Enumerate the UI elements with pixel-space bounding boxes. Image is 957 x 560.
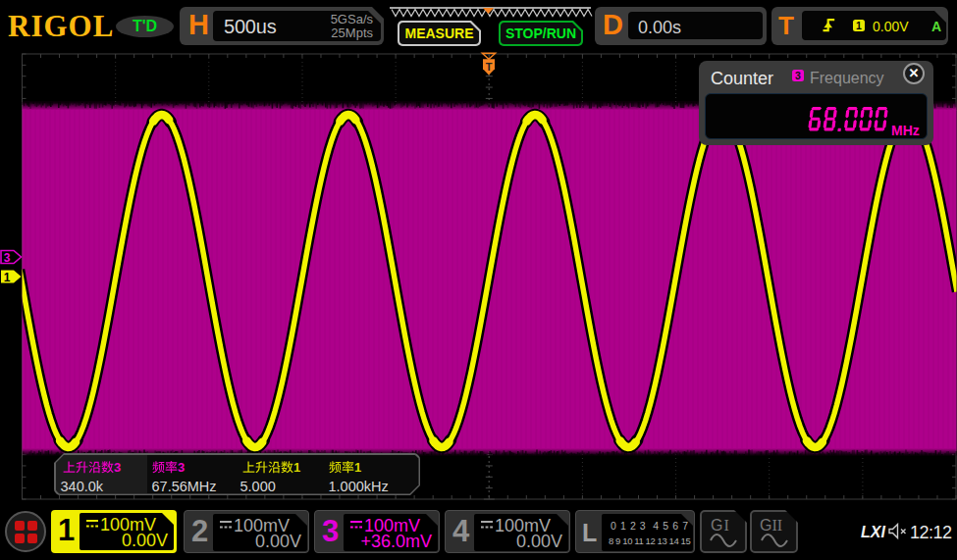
svg-text:1: 1	[293, 461, 300, 475]
svg-text:3: 3	[178, 461, 185, 475]
svg-text:T: T	[486, 61, 493, 73]
svg-text:1: 1	[354, 461, 361, 475]
svg-text:3: 3	[114, 461, 121, 475]
svg-text:3: 3	[4, 251, 11, 265]
svg-text:1: 1	[4, 271, 11, 284]
